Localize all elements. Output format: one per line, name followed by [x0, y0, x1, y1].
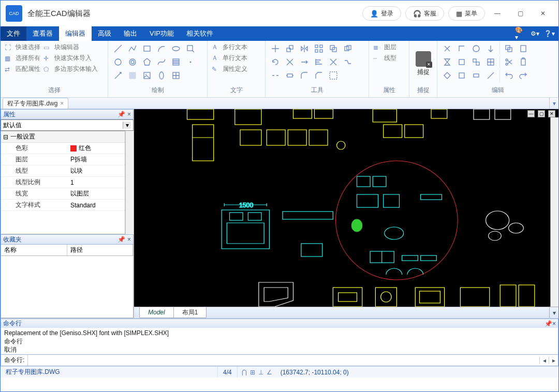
- tool-spline[interactable]: [156, 56, 167, 68]
- tool-paste[interactable]: [518, 43, 529, 54]
- tool-break[interactable]: [270, 70, 281, 81]
- tool-clip[interactable]: [518, 56, 529, 68]
- menu-file[interactable]: 文件: [1, 26, 26, 41]
- minimize-button[interactable]: —: [487, 6, 508, 21]
- menu-related[interactable]: 相关软件: [180, 26, 219, 41]
- menu-output[interactable]: 输出: [117, 26, 143, 41]
- prop-row[interactable]: 文字样式Standard: [1, 200, 125, 211]
- tool-mtext[interactable]: Ａ多行文本: [212, 43, 247, 52]
- close-panel-icon[interactable]: ×: [127, 236, 131, 243]
- cmd-left-icon[interactable]: ◂: [539, 357, 549, 364]
- tool-explode[interactable]: [328, 56, 339, 68]
- tool-layer[interactable]: ≣图层: [373, 43, 396, 52]
- tool-offset[interactable]: [342, 43, 354, 54]
- tool-polyline[interactable]: [127, 43, 138, 54]
- grid-icon[interactable]: ⊞: [250, 369, 255, 376]
- tool-fillet[interactable]: [299, 70, 310, 81]
- prop-row[interactable]: 线型比例1: [1, 177, 125, 188]
- props-combo[interactable]: 默认值 ▾: [1, 119, 134, 131]
- pin-icon[interactable]: 📌: [117, 111, 125, 118]
- canvas-scrollbar[interactable]: [550, 117, 558, 307]
- tool-insert[interactable]: [185, 43, 196, 54]
- tool-rect-edit[interactable]: [470, 70, 482, 81]
- tool-hatch[interactable]: [170, 56, 182, 68]
- tool-point[interactable]: [185, 56, 196, 68]
- prop-value[interactable]: 红色: [68, 143, 125, 154]
- chevron-down-icon[interactable]: ▾: [123, 122, 131, 129]
- menu-vip[interactable]: VIP功能: [143, 26, 180, 41]
- tool-arc[interactable]: [156, 43, 167, 54]
- tool-ellipse[interactable]: [170, 43, 182, 54]
- tool-ellipse2[interactable]: [156, 70, 167, 81]
- canvas-min-icon[interactable]: —: [527, 110, 535, 117]
- tool-group[interactable]: [328, 70, 339, 81]
- tool-cut[interactable]: [442, 43, 453, 54]
- tool-poly[interactable]: [141, 56, 153, 68]
- settings-dropdown-icon[interactable]: ⚙▾: [529, 28, 540, 39]
- close-panel-icon[interactable]: ×: [127, 111, 131, 118]
- tool-join[interactable]: [342, 56, 354, 68]
- tool-scale[interactable]: [284, 43, 296, 54]
- tool-chamfer[interactable]: [313, 70, 325, 81]
- tool-copy[interactable]: [328, 43, 339, 54]
- file-tabs-dropdown-icon[interactable]: ▾: [549, 98, 558, 109]
- prop-value[interactable]: Standard: [68, 200, 125, 210]
- command-input[interactable]: [28, 355, 539, 366]
- pin-icon[interactable]: 📌: [117, 236, 125, 243]
- prop-value[interactable]: 以块: [68, 165, 125, 176]
- tool-fill[interactable]: [127, 70, 138, 81]
- layout-tab-model[interactable]: Model: [139, 307, 174, 318]
- collapse-icon[interactable]: ⊟: [3, 133, 8, 141]
- login-button[interactable]: 👤登录: [362, 6, 401, 21]
- prop-row[interactable]: 图层P拆墙: [1, 154, 125, 165]
- service-button[interactable]: 🎧客服: [405, 6, 444, 21]
- tool-block-editor[interactable]: ▭块编辑器: [43, 43, 79, 52]
- tool-rect[interactable]: [141, 43, 153, 54]
- tool-circ-edit[interactable]: [470, 43, 482, 54]
- prop-category[interactable]: ⊟一般设置: [1, 131, 125, 143]
- tool-undo[interactable]: [503, 70, 514, 81]
- menu-viewer[interactable]: 查看器: [26, 26, 59, 41]
- tool-stext[interactable]: Ａ单行文本: [212, 54, 247, 63]
- tool-ray[interactable]: [112, 70, 124, 81]
- fav-col-name[interactable]: 名称: [1, 245, 67, 255]
- canvas-max-icon[interactable]: ▢: [538, 110, 545, 117]
- pin-icon[interactable]: 📌: [545, 320, 552, 327]
- tool-capture[interactable]: 捕捉: [415, 51, 432, 77]
- tool-circle[interactable]: [112, 56, 124, 68]
- tool-line[interactable]: [112, 43, 124, 54]
- help-dropdown-icon[interactable]: ❔▾: [544, 28, 554, 39]
- tool-match-props[interactable]: ⇄匹配属性: [5, 65, 40, 73]
- ortho-icon[interactable]: ⊥: [258, 369, 263, 376]
- tool-multi-box[interactable]: [470, 56, 482, 68]
- cmd-right-icon[interactable]: ▸: [549, 357, 558, 364]
- menu-editor[interactable]: 编辑器: [59, 26, 92, 41]
- menu-advanced[interactable]: 高级: [92, 26, 117, 41]
- snap-icon[interactable]: ⋂: [242, 369, 247, 376]
- tool-quick-entity-import[interactable]: ✛快速实体导入: [43, 54, 92, 63]
- prop-row[interactable]: 线型以块: [1, 165, 125, 177]
- tool-corner[interactable]: [456, 43, 467, 54]
- layout-dropdown-icon[interactable]: ▾: [549, 307, 558, 318]
- prop-value[interactable]: P拆墙: [68, 154, 125, 165]
- tool-box3[interactable]: [456, 70, 467, 81]
- palette-dropdown-icon[interactable]: 🎨▾: [515, 28, 525, 39]
- prop-value[interactable]: 1: [68, 177, 125, 188]
- tool-extend[interactable]: [299, 56, 310, 68]
- tool-move[interactable]: [270, 43, 281, 54]
- tool-grid-edit[interactable]: [485, 56, 496, 68]
- tool-box-edit[interactable]: [456, 56, 467, 68]
- maximize-button[interactable]: ▢: [510, 6, 531, 21]
- tool-rotate[interactable]: [270, 56, 281, 68]
- prop-value[interactable]: 以图层: [68, 188, 125, 199]
- tool-image[interactable]: [141, 70, 153, 81]
- canvas[interactable]: 1500: [134, 109, 558, 307]
- tool-align[interactable]: [313, 56, 325, 68]
- menu-button[interactable]: ▦菜单: [448, 6, 485, 21]
- tool-scissors[interactable]: [503, 56, 514, 68]
- tool-copy2[interactable]: [503, 43, 514, 54]
- prop-row[interactable]: 色彩红色: [1, 143, 125, 154]
- tool-linetype[interactable]: ┈线型: [373, 54, 396, 63]
- tool-hourglass[interactable]: [442, 56, 453, 68]
- scrollbar[interactable]: [125, 131, 134, 234]
